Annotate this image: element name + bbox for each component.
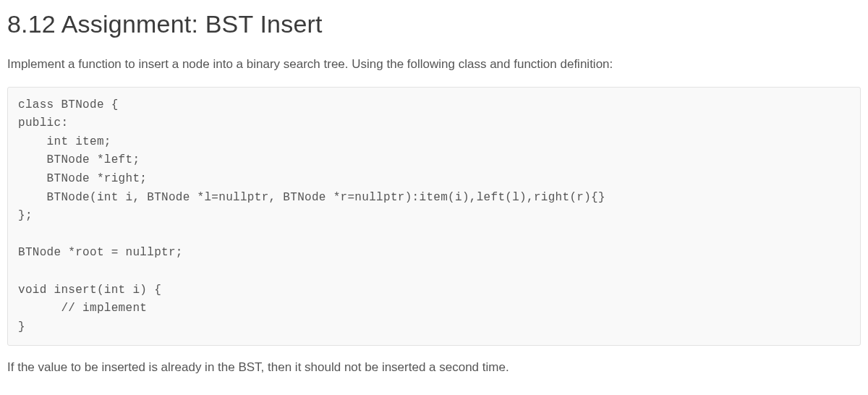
code-definition-block: class BTNode { public: int item; BTNode …	[7, 87, 861, 347]
assignment-note: If the value to be inserted is already i…	[7, 359, 861, 377]
page-title: 8.12 Assignment: BST Insert	[7, 10, 861, 38]
assignment-description: Implement a function to insert a node in…	[7, 56, 861, 74]
